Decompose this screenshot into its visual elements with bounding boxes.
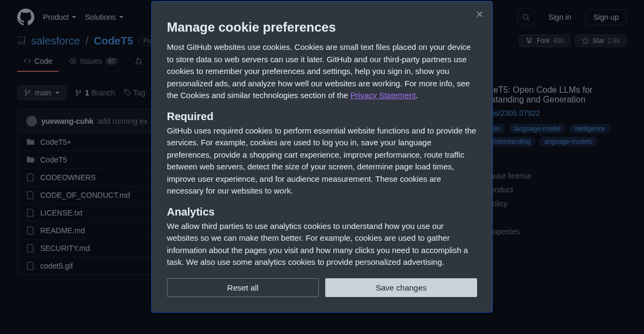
close-button[interactable]: ✕: [474, 9, 485, 20]
reset-button[interactable]: Reset all: [167, 278, 319, 297]
cookie-modal: ✕ Manage cookie preferences Most GitHub …: [151, 1, 493, 313]
save-button[interactable]: Save changes: [325, 278, 477, 297]
modal-title: Manage cookie preferences: [167, 20, 477, 35]
close-icon: ✕: [475, 9, 484, 20]
analytics-heading: Analytics: [167, 206, 477, 218]
required-text: GitHub uses required cookies to perform …: [167, 125, 477, 197]
required-heading: Required: [167, 110, 477, 123]
privacy-link[interactable]: Privacy Statement: [350, 91, 416, 100]
analytics-text: We allow third parties to use analytics …: [167, 220, 477, 269]
modal-backdrop: ✕ Manage cookie preferences Most GitHub …: [0, 0, 644, 334]
modal-intro: Most GitHub websites use cookies. Cookie…: [167, 41, 477, 102]
